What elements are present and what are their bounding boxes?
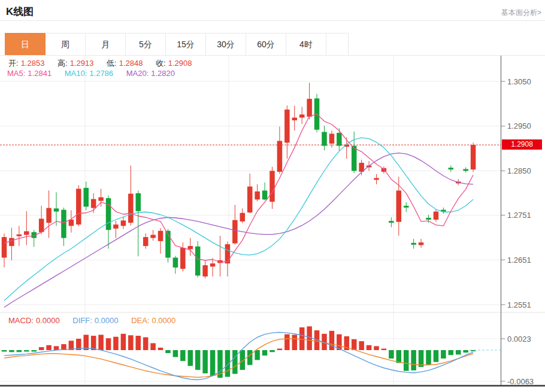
candle-body bbox=[195, 247, 201, 276]
candle-body bbox=[352, 146, 357, 171]
candle-body bbox=[202, 265, 208, 276]
dea-value: 0.0000 bbox=[152, 316, 176, 325]
candle-body bbox=[128, 194, 134, 223]
macd-hist-bar bbox=[98, 335, 104, 350]
macd-hist-bar bbox=[411, 350, 416, 370]
candle-body bbox=[247, 187, 253, 212]
dea-label: DEA: bbox=[131, 316, 149, 325]
candle-body bbox=[76, 189, 81, 224]
macd-hist-bar bbox=[247, 350, 253, 365]
macd-hist-bar bbox=[352, 339, 357, 350]
macd-hist-bar bbox=[449, 350, 454, 355]
price-axis-label: 1.2850 bbox=[507, 166, 531, 175]
ma20-label: MA20: bbox=[126, 69, 149, 78]
price-axis-label: 1.2950 bbox=[507, 121, 531, 130]
macd-hist-bar bbox=[277, 349, 283, 350]
macd-hist-bar bbox=[255, 350, 260, 360]
tabbar-filler bbox=[326, 33, 349, 55]
macd-legend: MACD:0.0000 DIFF:0.0000 DEA:0.0000 bbox=[8, 316, 186, 325]
tab-60分[interactable]: 60分 bbox=[246, 33, 286, 55]
last-price-badge: 1.2908 bbox=[502, 139, 542, 150]
candle-body bbox=[135, 193, 141, 211]
tab-15分[interactable]: 15分 bbox=[166, 33, 206, 55]
candle-body bbox=[180, 248, 186, 269]
tab-日[interactable]: 日 bbox=[5, 33, 46, 55]
macd-hist-bar bbox=[374, 346, 379, 350]
candle-body bbox=[255, 192, 260, 199]
macd-hist-bar bbox=[367, 345, 372, 350]
candle-body bbox=[389, 221, 394, 223]
candle-body bbox=[471, 145, 476, 169]
macd-hist-bar bbox=[2, 350, 7, 351]
tab-周[interactable]: 周 bbox=[46, 33, 86, 55]
candle-body bbox=[337, 133, 342, 146]
price-axis-label: 1.3050 bbox=[507, 77, 531, 86]
candle-body bbox=[426, 218, 431, 220]
candle-body bbox=[449, 168, 454, 169]
macd-hist-bar bbox=[113, 337, 119, 350]
macd-hist-bar bbox=[106, 338, 111, 350]
open-label: 开: bbox=[8, 59, 19, 68]
macd-axis-label: 0.0023 bbox=[507, 335, 531, 344]
candle-body bbox=[463, 169, 468, 171]
candle-body bbox=[284, 110, 290, 142]
candle-body bbox=[411, 243, 416, 245]
candle-body bbox=[83, 188, 89, 206]
macd-hist-bar bbox=[121, 334, 126, 350]
high-label: 高: bbox=[57, 59, 68, 68]
close-value: 1.2908 bbox=[168, 59, 192, 68]
macd-hist-bar bbox=[165, 350, 171, 353]
macd-hist-bar bbox=[39, 347, 44, 350]
macd-hist-bar bbox=[188, 350, 193, 366]
candle-body bbox=[54, 208, 59, 211]
low-label: 低: bbox=[107, 59, 117, 68]
macd-hist-bar bbox=[232, 350, 238, 374]
macd-hist-bar bbox=[389, 350, 394, 358]
kline-page: K线图 基本面分析> 日周月5分15分30分60分4时 1.30501.2950… bbox=[0, 0, 545, 392]
tab-月[interactable]: 月 bbox=[86, 33, 126, 55]
ma5-value: 1.2841 bbox=[28, 69, 52, 78]
diff-value: 0.0000 bbox=[95, 316, 119, 325]
candle-body bbox=[299, 114, 305, 117]
macd-hist-bar bbox=[31, 350, 37, 351]
price-axis-label: 1.2651 bbox=[507, 256, 531, 265]
title-divider bbox=[0, 20, 545, 21]
candle-body bbox=[143, 237, 149, 246]
ma10-label: MA10: bbox=[65, 69, 87, 78]
ohlc-legend: 开:1.2853 高:1.2913 低:1.2848 收:1.2908 bbox=[8, 58, 202, 69]
macd-hist-bar bbox=[17, 350, 22, 352]
macd-hist-bar bbox=[128, 335, 134, 350]
macd-hist-bar bbox=[434, 350, 439, 362]
price-axis-label: 1.2751 bbox=[507, 211, 531, 220]
candle-body bbox=[434, 212, 439, 220]
candle-body bbox=[404, 206, 409, 208]
macd-hist-bar bbox=[292, 335, 298, 350]
diff-label: DIFF: bbox=[72, 316, 92, 325]
ma5-line bbox=[4, 114, 473, 262]
candle-body bbox=[2, 237, 7, 257]
candle-body bbox=[419, 242, 424, 245]
macd-hist-bar bbox=[404, 350, 409, 371]
candle-body bbox=[322, 132, 327, 145]
macd-axis-label: -0.0063 bbox=[507, 377, 534, 386]
ma5-label: MA5: bbox=[7, 69, 25, 78]
candle-body bbox=[150, 235, 156, 238]
candle-body bbox=[39, 218, 44, 232]
open-value: 1.2853 bbox=[21, 59, 45, 68]
macd-hist-bar bbox=[270, 350, 275, 352]
ma20-line bbox=[4, 153, 473, 308]
tab-4时[interactable]: 4时 bbox=[286, 33, 326, 55]
tab-5分[interactable]: 5分 bbox=[126, 33, 166, 55]
tab-30分[interactable]: 30分 bbox=[206, 33, 246, 55]
candle-body bbox=[113, 224, 119, 229]
candle-body bbox=[307, 99, 312, 117]
candle-body bbox=[91, 199, 96, 208]
macd-hist-bar bbox=[135, 336, 141, 350]
candle-body bbox=[106, 198, 111, 230]
macd-hist-bar bbox=[143, 338, 149, 350]
macd-hist-bar bbox=[9, 350, 14, 352]
fundamental-analysis-link[interactable]: 基本面分析> bbox=[501, 8, 541, 18]
candle-body bbox=[240, 213, 246, 221]
macd-hist-bar bbox=[46, 345, 52, 350]
kline-chart-canvas[interactable]: 1.30501.29501.28501.27511.26511.25510.00… bbox=[0, 56, 545, 388]
